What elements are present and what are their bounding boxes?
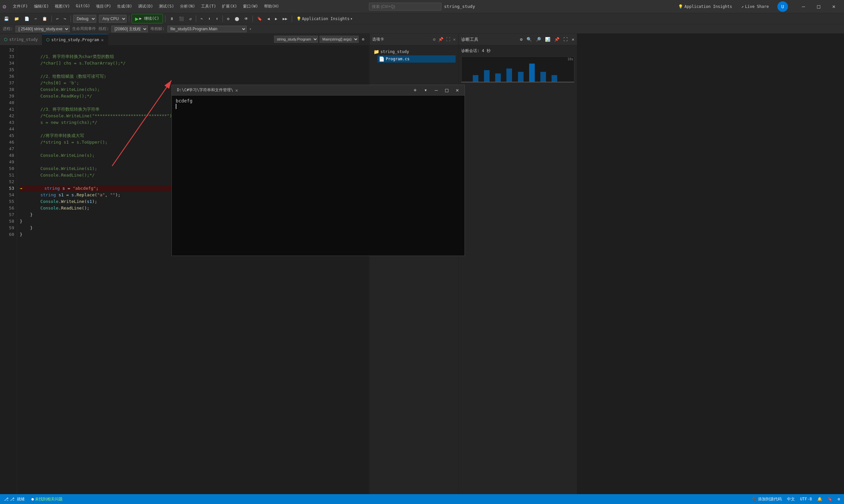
toolbar-breakpoint[interactable]: ⬤ — [233, 16, 241, 22]
toolbar-undo[interactable]: ↩ — [54, 16, 60, 22]
menu-bar: 文件(F) 编辑(E) 视图(V) Git(G) 项目(P) 生成(B) 调试(… — [10, 2, 282, 11]
menu-extensions[interactable]: 扩展(X) — [219, 2, 240, 11]
continue-button[interactable]: ▶ ▶ 继续(C) — [132, 14, 163, 23]
menu-git[interactable]: Git(G) — [73, 2, 93, 11]
terminal-close-btn[interactable]: ✕ — [453, 86, 462, 95]
application-insights-btn[interactable]: 💡 Application Insights — [676, 4, 734, 10]
restart-button[interactable]: ↺ — [187, 16, 193, 22]
tab-string-study[interactable]: ⬡ string_study — [0, 34, 42, 45]
terminal-maximize-btn[interactable]: □ — [442, 86, 451, 95]
process-select[interactable]: [ 25480] string_study.exe — [16, 26, 70, 32]
panel-expand-icon[interactable]: ⛶ — [446, 37, 450, 42]
diag-zoom-in[interactable]: 🔎 — [536, 37, 541, 42]
terminal-content: bcdefg — [172, 95, 465, 256]
menu-build[interactable]: 生成(B) — [115, 2, 135, 11]
toolbar-watch[interactable]: 👁 — [242, 16, 250, 22]
toolbar-open[interactable]: 📁 — [12, 16, 21, 22]
status-git[interactable]: ⎇ ⎇ 就绪 — [3, 497, 26, 502]
tab-close-btn[interactable]: ✕ — [101, 37, 104, 42]
close-button[interactable]: ✕ — [826, 2, 841, 12]
menu-window[interactable]: 窗口(W) — [240, 2, 261, 11]
terminal-dropdown-btn[interactable]: ▾ — [421, 86, 430, 95]
cpu-config-select[interactable]: Any CPU — [99, 15, 126, 23]
step-over-btn[interactable]: ↷ — [199, 16, 205, 22]
code-line-36: //2、给数组赋值（数组可读可写） — [20, 73, 366, 80]
stack-select[interactable]: file_study03.Program.Main — [168, 26, 247, 32]
minimize-button[interactable]: – — [796, 2, 811, 12]
menu-project[interactable]: 项目(P) — [93, 2, 114, 11]
menu-tools[interactable]: 工具(T) — [199, 2, 219, 11]
application-insights-toolbar[interactable]: 💡 Application Insights ▾ — [294, 16, 355, 22]
thread-select[interactable]: [20860] 主线程 — [111, 26, 148, 32]
toolbar-bookmark[interactable]: 🔖 — [255, 16, 264, 22]
diag-expand-icon[interactable]: ⛶ — [564, 37, 568, 42]
insights-toolbar-icon: 💡 — [296, 16, 302, 21]
toolbar-more1[interactable]: ⚙ — [225, 16, 231, 22]
pause-button[interactable]: ⏸ — [168, 16, 176, 22]
ln-58: 58 — [0, 218, 14, 224]
toolbar-copy[interactable]: 📋 — [40, 16, 49, 22]
diag-close-icon[interactable]: ✕ — [572, 37, 574, 42]
toolbar-redo[interactable]: ↪ — [62, 16, 68, 22]
ln-40: 40 — [0, 100, 14, 106]
status-encoding[interactable]: UTF-8 — [799, 497, 813, 501]
check-icon: ● — [31, 497, 34, 501]
no-errors-label: 未找到相关问题 — [35, 497, 63, 502]
menu-edit[interactable]: 编辑(E) — [31, 2, 52, 11]
tab-active[interactable]: ⬡ string_study.Program ✕ — [42, 34, 108, 45]
menu-analyze[interactable]: 分析(N) — [177, 2, 198, 11]
step-out-btn[interactable]: ⬆ — [214, 16, 220, 22]
ln-56: 56 — [0, 205, 14, 212]
toolbar-save[interactable]: 💾 — [2, 16, 11, 22]
terminal-add-btn[interactable]: + — [411, 86, 420, 95]
panel-pin-icon[interactable]: 📌 — [438, 37, 444, 42]
ln-53: 53 — [0, 185, 14, 192]
status-add-source[interactable]: ➕ 添加到源代码 — [751, 497, 783, 502]
menu-debug[interactable]: 调试(D) — [136, 2, 156, 11]
terminal-minimize-btn[interactable]: — — [432, 86, 441, 95]
tab-settings[interactable]: ⚙ — [360, 36, 366, 42]
debug-config-select[interactable]: Debug — [73, 15, 96, 23]
terminal-close-tab[interactable]: ✕ — [236, 88, 238, 93]
insights-dropdown-icon: ▾ — [350, 16, 352, 21]
diag-chart-icon[interactable]: 📊 — [545, 37, 550, 42]
menu-view[interactable]: 视图(V) — [52, 2, 72, 11]
stop-button[interactable]: ⬛ — [177, 16, 186, 22]
right-panel-tabs: 选项卡 ⚙ 📌 ⛶ ✕ — [369, 34, 458, 46]
user-avatar[interactable]: U — [777, 1, 788, 12]
search-input[interactable] — [369, 3, 442, 11]
timeline-bar-2 — [484, 70, 489, 82]
panel-settings-icon[interactable]: ⚙ — [433, 37, 435, 42]
diag-pin-icon[interactable]: 📌 — [554, 37, 559, 42]
menu-file[interactable]: 文件(F) — [10, 2, 31, 11]
namespace-select[interactable]: string_study.Program — [274, 36, 318, 43]
status-lang[interactable]: 中文 — [786, 497, 796, 502]
toolbar-new[interactable]: 📄 — [22, 16, 31, 22]
maximize-button[interactable]: □ — [811, 2, 826, 12]
stack-nav[interactable]: ▾ — [249, 27, 252, 31]
live-share-btn[interactable]: ↗ Live Share — [740, 4, 771, 10]
menu-test[interactable]: 测试(S) — [156, 2, 177, 11]
method-select[interactable]: Main(string[] args) — [320, 36, 359, 43]
toolbar-nav3[interactable]: ▶▶ — [280, 16, 289, 22]
ln-43: 43 — [0, 119, 14, 126]
code-line-33: //1、将字符串转换为char类型的数组 — [20, 53, 366, 60]
step-into-btn[interactable]: ⬇ — [206, 16, 212, 22]
tree-item-solution[interactable]: 📁 string_study — [372, 48, 455, 55]
app-icon: ⚙ — [3, 3, 6, 10]
status-bookmark2[interactable]: 🔖 — [826, 497, 834, 501]
diag-zoom-out[interactable]: 🔍 — [527, 37, 532, 42]
tree-item-program[interactable]: 📄 Program.cs — [378, 55, 455, 62]
ln-39: 39 — [0, 93, 14, 100]
toolbar-nav2[interactable]: ▶ — [273, 16, 279, 22]
toolbar-cut[interactable]: ✂ — [33, 16, 39, 22]
panel-close-icon[interactable]: ✕ — [453, 37, 455, 42]
terminal-tab[interactable]: D:\C#学习\字符串和文件管理\ ✕ — [174, 85, 241, 95]
toolbar-nav1[interactable]: ◀ — [265, 16, 272, 22]
status-notification[interactable]: 🔔 — [816, 497, 824, 501]
status-settings[interactable]: ⚙ — [837, 497, 841, 501]
status-no-errors[interactable]: ● 未找到相关问题 — [30, 497, 64, 502]
menu-help[interactable]: 帮助(H) — [261, 2, 282, 11]
diag-settings-icon[interactable]: ⚙ — [520, 37, 522, 42]
ln-45: 45 — [0, 132, 14, 139]
